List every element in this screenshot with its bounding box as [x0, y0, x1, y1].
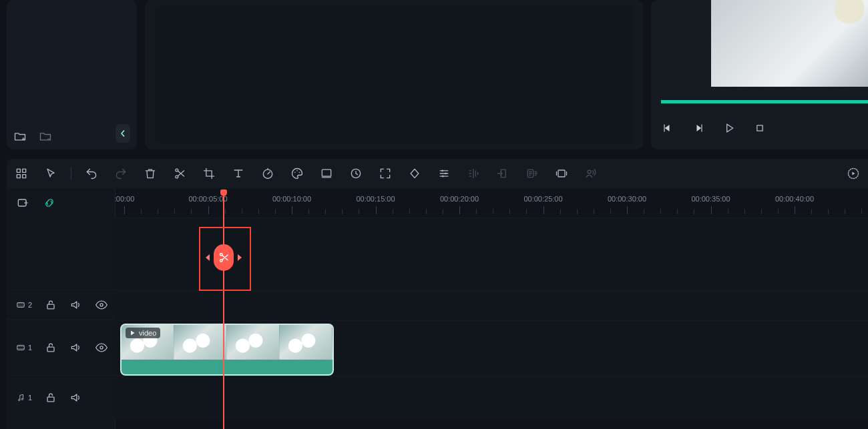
ruler-label: 00:00:30:00: [608, 195, 646, 203]
svg-rect-25: [47, 347, 54, 352]
track-audio1-mute-icon[interactable]: [69, 391, 83, 404]
svg-point-27: [19, 399, 20, 400]
timeline-lane-video1[interactable]: video: [115, 320, 868, 376]
collapse-media-panel-button[interactable]: [116, 124, 130, 143]
track-label-video2: 2: [16, 300, 32, 310]
render-preview-icon[interactable]: [847, 167, 860, 180]
svg-point-28: [21, 398, 23, 400]
svg-rect-0: [757, 125, 763, 131]
svg-rect-17: [558, 170, 565, 177]
svg-rect-29: [47, 397, 54, 402]
player-preview-image: [711, 0, 868, 87]
timeline-toolbar: [7, 159, 868, 188]
track-head-spacer: [7, 218, 115, 290]
clip-badge: video: [126, 328, 160, 338]
svg-rect-1: [17, 169, 20, 172]
svg-rect-3: [17, 175, 20, 178]
keyframe-icon[interactable]: [408, 167, 421, 180]
svg-point-10: [299, 172, 300, 173]
audio-detach-icon: [496, 167, 509, 180]
app-root: { "ruler": { "major_interval_px": 125.5,…: [0, 0, 868, 429]
track-label-audio1: 1: [16, 393, 32, 402]
track-video2-lock-icon[interactable]: [44, 298, 57, 312]
video-clip[interactable]: video: [120, 324, 334, 376]
svg-point-9: [296, 170, 298, 171]
player-controls: [661, 121, 767, 135]
svg-point-18: [588, 170, 591, 173]
adjust-icon[interactable]: [437, 167, 451, 180]
media-panel: [7, 0, 137, 149]
split-at-playhead-button[interactable]: [208, 244, 240, 271]
clip-name: video: [139, 329, 156, 337]
empty-folder-icon[interactable]: [39, 129, 52, 143]
audio-adjust-icon: [467, 167, 480, 180]
timeline-area: 2 1 1: [7, 188, 868, 429]
ruler-label: :00:00: [115, 195, 134, 203]
track-head-video2[interactable]: 2: [7, 290, 115, 320]
timeline-track-headers: 2 1 1: [7, 188, 116, 429]
record-screen-icon[interactable]: [555, 167, 568, 180]
media-panel-bottom: [13, 129, 52, 143]
svg-point-15: [442, 175, 444, 177]
play-button[interactable]: [722, 121, 736, 135]
split-scissors-icon[interactable]: [214, 244, 234, 271]
text-icon[interactable]: [232, 167, 245, 180]
timeline-body[interactable]: :00:0000:00:05:0000:00:10:0000:00:15:000…: [115, 188, 868, 429]
speed-ramp-icon[interactable]: [349, 167, 363, 180]
split-icon[interactable]: [173, 167, 186, 180]
svg-rect-24: [17, 346, 25, 350]
player-progress-bar[interactable]: [661, 100, 868, 103]
link-tracks-icon[interactable]: [43, 196, 56, 209]
track-video2-index: 2: [28, 301, 32, 309]
track-video2-visibility-icon[interactable]: [95, 298, 108, 312]
split-nudge-left-icon[interactable]: [206, 254, 210, 261]
track-label-video1: 1: [16, 343, 32, 352]
keyframe-fit-icon[interactable]: [379, 167, 392, 180]
svg-point-26: [100, 346, 103, 349]
ruler-label: 00:00:10:00: [272, 195, 311, 203]
ruler-label: 00:00:05:00: [188, 195, 227, 203]
clip-audio-strip: [122, 360, 333, 374]
ruler-label: 00:00:25:00: [523, 195, 562, 203]
color-icon[interactable]: [290, 167, 304, 180]
track-video1-index: 1: [28, 344, 32, 352]
track-head-video1[interactable]: 1: [7, 320, 115, 375]
undo-icon[interactable]: [85, 167, 98, 180]
delete-icon[interactable]: [144, 167, 157, 180]
crop-icon[interactable]: [202, 167, 216, 180]
ruler-label: 00:00:20:00: [440, 195, 479, 203]
timeline-lane-video2[interactable]: [115, 290, 868, 320]
track-video1-mute-icon[interactable]: [69, 341, 83, 354]
select-tool-icon[interactable]: [44, 167, 57, 180]
layout-icon[interactable]: [15, 167, 28, 180]
canvas-viewport[interactable]: [155, 6, 633, 143]
svg-rect-11: [322, 169, 331, 176]
new-folder-icon[interactable]: [13, 129, 27, 143]
redo-icon[interactable]: [114, 167, 128, 180]
track-head-audio1[interactable]: 1: [7, 375, 115, 420]
track-video1-visibility-icon[interactable]: [95, 341, 108, 354]
add-track-icon[interactable]: [16, 196, 29, 209]
split-nudge-right-icon[interactable]: [238, 254, 242, 261]
timeline-ruler[interactable]: :00:0000:00:05:0000:00:10:0000:00:15:000…: [115, 188, 868, 218]
stop-button[interactable]: [753, 121, 767, 135]
track-video2-mute-icon[interactable]: [69, 298, 83, 312]
track-audio1-lock-icon[interactable]: [44, 391, 57, 404]
top-row: [7, 0, 868, 149]
step-backward-button[interactable]: [661, 121, 674, 135]
voice-over-icon: [584, 167, 598, 180]
track-audio1-index: 1: [28, 394, 32, 402]
canvas-panel: [145, 0, 643, 149]
step-forward-button[interactable]: [692, 121, 705, 135]
player-panel: [651, 0, 868, 149]
svg-point-14: [445, 173, 447, 175]
chroma-key-icon[interactable]: [320, 167, 333, 180]
timeline-lane-audio1[interactable]: [115, 376, 868, 420]
ruler-label: 00:00:40:00: [775, 195, 814, 203]
svg-point-23: [100, 304, 103, 306]
speed-icon[interactable]: [261, 167, 274, 180]
toolbar-separator: [71, 167, 71, 180]
ruler-label: 00:00:15:00: [356, 195, 395, 203]
svg-point-13: [441, 170, 443, 172]
track-video1-lock-icon[interactable]: [44, 341, 57, 354]
